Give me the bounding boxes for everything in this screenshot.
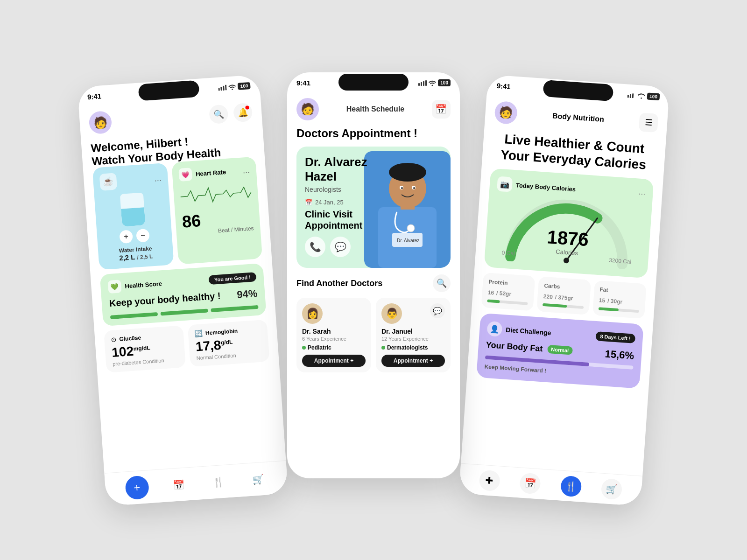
water-card: ☕ ... + − Water Intake 2,2 L / 2,5 L <box>92 163 174 270</box>
wifi-icon-center <box>429 80 436 86</box>
keep-moving-label: Keep Moving Forward ! <box>484 364 546 374</box>
gauge-value: 1876 Calories <box>546 226 589 257</box>
body-fat-label: Your Body Fat <box>486 340 543 353</box>
doctor-januel-avatar: 👨 <box>381 303 402 324</box>
health-icon: 💚 <box>108 280 122 294</box>
svg-rect-6 <box>421 82 422 86</box>
wifi-icon-left <box>228 84 236 90</box>
notif-dot <box>245 105 249 110</box>
protein-fill <box>487 300 500 303</box>
gauge-container: 1876 Calories 0 Cal 3200 Cal <box>492 195 645 271</box>
diet-title: Diet Challenge <box>506 326 551 337</box>
svg-rect-1 <box>221 87 223 91</box>
water-fill <box>121 207 146 227</box>
health-score-label: Health Score <box>125 280 162 290</box>
diet-badge: 8 Days Left ! <box>595 331 636 343</box>
notch-center <box>338 74 409 91</box>
hemoglobin-icon: 🔄 <box>194 329 203 337</box>
protein-card: Protein 16 / 52gr <box>481 273 536 311</box>
find-doctors-header: Find Another Doctors 🔍 <box>296 274 451 292</box>
find-search-button[interactable]: 🔍 <box>433 274 451 292</box>
doctor-januel-name: Dr. Januel <box>381 328 445 335</box>
notification-button-left[interactable]: 🔔 <box>233 103 253 123</box>
water-plus-button[interactable]: + <box>119 230 133 244</box>
water-minus-button[interactable]: − <box>136 229 150 243</box>
progress-bar-2 <box>161 308 208 315</box>
macros-row: Protein 16 / 52gr Carbs 220 / 375gr <box>481 273 647 319</box>
calendar-nav[interactable]: 📅 <box>169 475 189 495</box>
health-score-card: 💚 Health Score You are Good ! Keep your … <box>100 263 267 326</box>
calendar-icon[interactable]: 📅 <box>432 100 451 119</box>
protein-value: 16 / 52gr <box>487 287 529 300</box>
phone-right: 9:41 100 🧑 Body Nutrition ☰ Live Healthi… <box>459 75 670 506</box>
cart-nav[interactable]: 🛒 <box>248 469 268 489</box>
right-header: 🧑 Body Nutrition ☰ <box>494 101 658 134</box>
svg-point-4 <box>232 88 233 90</box>
body-fat-percent: 15,6% <box>605 348 634 362</box>
call-button[interactable]: 📞 <box>305 237 325 257</box>
phone-center: 9:41 100 🧑 Health Schedule 📅 Doctors App… <box>287 72 460 478</box>
water-menu[interactable]: ... <box>154 173 162 183</box>
calorie-menu[interactable]: ··· <box>638 189 646 199</box>
appointment-heading: Doctors Appointment ! <box>296 127 451 140</box>
good-badge: You are Good ! <box>208 272 256 285</box>
doctor-card-sarah: 👩 Dr. Sarah 6 Years Experience Pediatric… <box>296 298 371 372</box>
svg-rect-22 <box>627 95 629 98</box>
progress-bar-3 <box>211 305 258 312</box>
doctor-sarah-specialty: Pediatric <box>302 344 366 351</box>
svg-rect-7 <box>423 81 424 86</box>
heart-menu[interactable]: ... <box>242 165 250 175</box>
januel-message-icon[interactable]: 💬 <box>430 303 445 318</box>
status-time-right: 9:41 <box>496 82 511 91</box>
doctor-appointment-card: Dr. Alvarez Hazel Neurologists 📅 24 Jan,… <box>296 147 451 268</box>
health-score-text: Keep your body healthy ! <box>109 290 221 309</box>
notch-left <box>138 80 199 101</box>
message-button[interactable]: 💬 <box>330 237 351 257</box>
glucose-label: Gluc0se <box>119 335 141 343</box>
sarah-appointment-button[interactable]: Appointment + <box>302 355 366 367</box>
avatar-right: 🧑 <box>494 101 518 125</box>
doctor-januel-specialty: Dermatologists <box>381 344 445 351</box>
center-header: 🧑 Health Schedule 📅 <box>296 98 451 120</box>
ecg-chart <box>180 180 252 208</box>
avatar-center: 🧑 <box>296 98 319 120</box>
glucose-card: ⊙ Gluc0se 102mg/dL pre-diabetes Conditio… <box>104 325 186 373</box>
signal-icon-left <box>218 84 227 91</box>
svg-rect-2 <box>223 85 225 90</box>
appointment-type: Clinic VisitAppointment <box>305 209 381 231</box>
search-button-left[interactable]: 🔍 <box>209 104 229 124</box>
heart-icon: 💗 <box>178 168 192 182</box>
status-time-center: 9:41 <box>296 79 310 87</box>
carbs-fill <box>543 303 567 308</box>
svg-rect-23 <box>630 94 632 98</box>
status-time-left: 9:41 <box>87 92 101 101</box>
svg-rect-0 <box>218 88 220 91</box>
svg-point-25 <box>641 97 642 98</box>
cart-nav-right[interactable]: 🛒 <box>601 478 623 500</box>
heart-rate-card: 💗 Heart Rate ... 86 Beat / Minutes <box>171 157 262 265</box>
menu-icon-right[interactable]: ☰ <box>639 112 659 133</box>
battery-left: 100 <box>238 82 251 90</box>
doctor-januel-exp: 12 Years Experience <box>381 336 445 342</box>
calendar-nav-right[interactable]: 📅 <box>519 472 541 494</box>
schedule-title: Health Schedule <box>346 105 404 113</box>
svg-point-9 <box>432 84 433 86</box>
januel-appointment-button[interactable]: Appointment + <box>381 355 445 367</box>
svg-point-14 <box>389 163 426 182</box>
green-dot-1 <box>302 346 306 350</box>
carbs-value: 220 / 375gr <box>543 291 585 303</box>
water-bottle <box>120 192 146 226</box>
add-button[interactable]: + <box>125 475 149 500</box>
green-dot-2 <box>381 346 385 350</box>
phone-left: 9:41 100 🧑 🔍 🔔 <box>78 75 289 506</box>
medical-nav[interactable]: ✚ <box>479 469 500 491</box>
carbs-card: Carbs 220 / 375gr <box>537 276 591 315</box>
water-icon: ☕ <box>99 173 117 190</box>
svg-rect-5 <box>418 83 420 86</box>
doctor-card-januel: 👨 💬 Dr. Januel 12 Years Experience Derma… <box>376 298 451 372</box>
avatar-left: 🧑 <box>88 111 112 134</box>
find-doctors-title: Find Another Doctors <box>296 279 382 288</box>
food-nav[interactable]: 🍴 <box>208 472 228 492</box>
food-nav-right[interactable]: 🍴 <box>560 476 582 497</box>
signal-icon-right <box>627 92 636 98</box>
